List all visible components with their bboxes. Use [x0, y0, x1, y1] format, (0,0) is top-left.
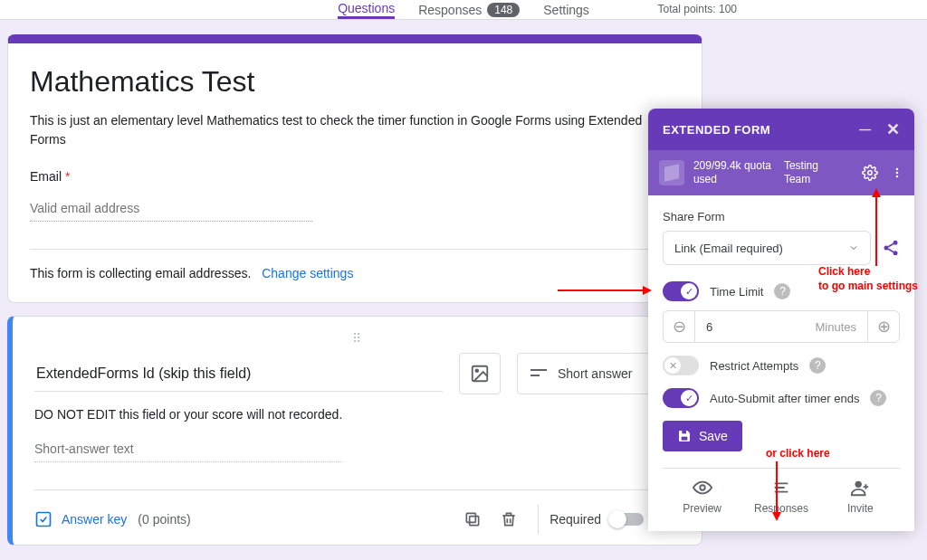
time-limit-label: Time Limit	[710, 285, 763, 299]
help-icon[interactable]: ?	[809, 357, 826, 374]
save-button[interactable]: Save	[663, 421, 742, 451]
question-title-input[interactable]: ExtendedForms Id (skip this field)	[34, 356, 443, 392]
help-icon[interactable]: ?	[870, 390, 886, 406]
collecting-notice: This form is collecting email addresses.…	[30, 266, 680, 280]
svg-point-19	[700, 485, 705, 490]
more-vert-icon[interactable]	[891, 165, 903, 181]
svg-point-13	[896, 176, 899, 178]
time-value-stepper: ⊖ 6 Minutes ⊕	[663, 310, 900, 343]
svg-point-20	[855, 481, 862, 488]
help-icon[interactable]: ?	[774, 283, 790, 299]
short-answer-icon	[530, 367, 547, 380]
tab-settings[interactable]: Settings	[543, 0, 589, 19]
increment-button[interactable]: ⊕	[867, 310, 900, 343]
change-settings-link[interactable]: Change settings	[262, 266, 353, 280]
team-label: Testing Team	[784, 159, 847, 186]
tab-questions[interactable]: Questions	[338, 0, 395, 19]
drag-handle-icon[interactable]: ⠿	[34, 331, 680, 346]
list-icon	[771, 478, 791, 498]
panel-header: EXTENDED FORM ─ ✕	[648, 109, 914, 150]
time-value-input[interactable]: 6 Minutes	[695, 310, 867, 343]
short-answer-placeholder: Short-answer text	[34, 441, 342, 462]
restrict-attempts-toggle[interactable]: ✕	[663, 356, 699, 375]
svg-point-12	[896, 172, 899, 175]
footer-invite[interactable]: Invite	[821, 469, 900, 524]
form-title[interactable]: Mathematics Test	[30, 65, 680, 99]
question-footer: Answer key (0 points) Required	[34, 489, 680, 536]
panel-footer: Preview Responses Invite	[663, 468, 900, 524]
save-icon	[677, 429, 692, 443]
required-label: Required	[550, 512, 601, 527]
panel-title: EXTENDED FORM	[663, 123, 770, 137]
form-column: Mathematics Test This is just an element…	[7, 34, 702, 558]
copy-icon	[464, 510, 482, 528]
share-form-label: Share Form	[663, 210, 900, 223]
share-icon[interactable]	[882, 239, 900, 257]
image-icon	[470, 364, 490, 384]
check-square-icon	[34, 510, 53, 528]
responses-count-badge: 148	[487, 3, 520, 17]
email-input[interactable]	[30, 201, 312, 222]
divider	[538, 505, 539, 534]
panel-body: Share Form Link (Email required) ✓ Time …	[648, 195, 914, 531]
svg-rect-3	[530, 375, 540, 376]
svg-rect-2	[530, 369, 547, 371]
addon-logo-icon	[659, 160, 684, 185]
required-asterisk: *	[65, 169, 70, 184]
points-label: (0 points)	[138, 512, 190, 527]
form-tabs: Questions Responses 148 Settings	[0, 0, 927, 20]
share-mode-select[interactable]: Link (Email required)	[663, 231, 871, 265]
auto-submit-label: Auto-Submit after timer ends	[710, 392, 859, 405]
svg-point-1	[475, 369, 478, 372]
footer-preview[interactable]: Preview	[663, 469, 741, 524]
question-card[interactable]: ⠿ ExtendedForms Id (skip this field) Sho…	[7, 316, 702, 546]
add-image-button[interactable]	[459, 353, 501, 394]
auto-submit-toggle[interactable]: ✓	[663, 388, 699, 408]
tab-responses-label: Responses	[418, 3, 482, 17]
trash-icon	[500, 510, 518, 528]
total-points-label: Total points: 100	[658, 3, 737, 15]
close-icon[interactable]: ✕	[886, 121, 901, 138]
duplicate-button[interactable]	[456, 503, 489, 536]
divider	[30, 249, 680, 250]
svg-rect-5	[470, 517, 479, 526]
time-limit-toggle[interactable]: ✓	[663, 281, 699, 301]
person-add-icon	[850, 478, 870, 498]
email-label: Email *	[30, 169, 680, 184]
svg-point-10	[868, 171, 872, 175]
required-toggle[interactable]	[610, 513, 644, 526]
svg-point-15	[884, 246, 889, 251]
svg-rect-4	[37, 513, 51, 527]
form-description[interactable]: This is just an elementary level Mathema…	[30, 111, 680, 149]
question-header-row: ExtendedForms Id (skip this field) Short…	[34, 353, 680, 394]
delete-button[interactable]	[492, 503, 525, 536]
gear-icon[interactable]	[862, 165, 878, 181]
chevron-down-icon	[848, 242, 859, 253]
question-warning: DO NOT EDIT this field or your score wil…	[34, 407, 680, 422]
form-header-card: Mathematics Test This is just an element…	[7, 34, 702, 303]
svg-point-14	[894, 241, 898, 245]
footer-responses[interactable]: Responses	[741, 469, 820, 524]
tab-responses[interactable]: Responses 148	[418, 0, 520, 19]
minimize-icon[interactable]: ─	[859, 121, 871, 138]
decrement-button[interactable]: ⊖	[663, 310, 695, 343]
answer-key-button[interactable]: Answer key	[34, 510, 127, 528]
quota-label: 209/99.4k quota used	[693, 159, 775, 186]
svg-point-11	[896, 168, 899, 171]
svg-point-16	[894, 251, 898, 255]
restrict-attempts-label: Restrict Attempts	[710, 359, 798, 373]
eye-icon	[693, 478, 712, 498]
svg-rect-6	[467, 513, 476, 522]
svg-rect-18	[682, 431, 686, 433]
svg-rect-17	[682, 437, 688, 441]
extended-forms-panel: EXTENDED FORM ─ ✕ 209/99.4k quota used T…	[648, 109, 914, 531]
panel-status-bar: 209/99.4k quota used Testing Team	[648, 150, 914, 195]
